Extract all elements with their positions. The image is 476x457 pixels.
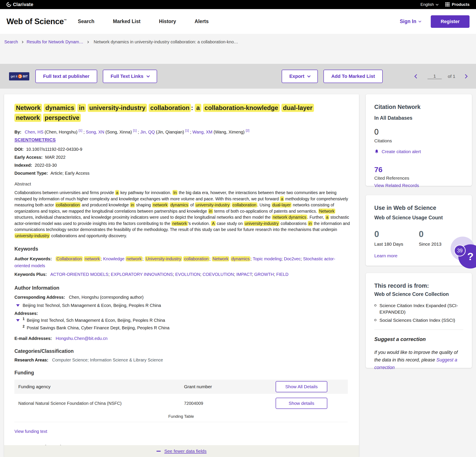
clarivate-brand-text: Clarivate xyxy=(13,2,34,7)
full-text-links-label: Full Text Links xyxy=(110,74,143,79)
author-fullname: (Wang, Ximeng) xyxy=(213,130,245,134)
keyword-plus-link[interactable]: GROWTH xyxy=(254,272,274,277)
use-in-wos-heading: Use in Web of Science xyxy=(374,205,463,211)
page: Clarivate English Products Web of Scienc… xyxy=(0,0,476,457)
record-pager: of 1 xyxy=(415,74,467,79)
citations-count: 0 xyxy=(374,127,463,137)
page-number-input[interactable] xyxy=(427,74,442,79)
sign-in-menu[interactable]: Sign In xyxy=(400,18,421,24)
keyword-link[interactable]: Network dynamics xyxy=(212,256,250,261)
in-all-databases-subheading: In All Databases xyxy=(374,115,463,121)
keyword-plus-link[interactable]: FIELD xyxy=(276,272,289,277)
learn-more-link[interactable]: Learn more xyxy=(374,253,397,258)
keyword-link[interactable]: Knowledge network xyxy=(103,256,142,261)
grid-icon xyxy=(445,2,450,7)
next-record-icon[interactable] xyxy=(463,74,468,79)
bit-label: BIT xyxy=(23,75,28,78)
full-text-links-button[interactable]: Full Text Links xyxy=(103,70,157,83)
keyword-link[interactable]: Collaboration network xyxy=(56,256,101,261)
record-source-card: This record is from: Web of Science Core… xyxy=(366,273,472,368)
author-link[interactable]: Chen, HS xyxy=(25,130,43,134)
suggest-correction-heading: Suggest a correction xyxy=(374,336,463,342)
expand-address-icon[interactable] xyxy=(16,304,20,307)
show-all-details-button[interactable]: Show All Details xyxy=(276,381,327,392)
usage-count-180: 0 xyxy=(374,229,419,239)
funding-agency-header: Funding agency xyxy=(18,384,184,389)
show-details-button[interactable]: Show details xyxy=(276,398,327,409)
breadcrumb-results[interactable]: Results for Network Dynam… xyxy=(26,39,83,44)
keyword-plus-link[interactable]: ACTOR-ORIENTED MODELS xyxy=(51,272,109,277)
citation-network-heading: Citation Network xyxy=(374,104,463,110)
products-menu[interactable]: Products xyxy=(445,2,469,7)
view-funding-text-link[interactable]: View funding text xyxy=(14,429,47,434)
funding-table: Funding agency Grant number Show All Det… xyxy=(14,379,348,422)
export-button[interactable]: Export xyxy=(282,70,318,83)
wos-logo[interactable]: Web of Science™ xyxy=(7,17,67,26)
nav-search[interactable]: Search xyxy=(78,18,94,24)
export-label: Export xyxy=(289,74,305,79)
keyword-plus-link[interactable]: IMPACT xyxy=(236,272,252,277)
email-link[interactable]: Hongshu.Chen@bit.edu.cn xyxy=(56,336,107,341)
language-selector[interactable]: English xyxy=(420,2,438,7)
usage-count-subheading: Web of Science Usage Count xyxy=(374,215,463,221)
keyword-link[interactable]: University-industry collaboration xyxy=(145,256,209,261)
create-citation-alert-link[interactable]: Create citation alert xyxy=(374,149,463,154)
chevron-down-icon xyxy=(418,20,421,22)
funding-agency-cell: National Natural Science Foundation of C… xyxy=(18,401,184,406)
corresponding-address-line: Beijing Inst Technol, Sch Management & E… xyxy=(16,303,350,308)
full-text-publisher-button[interactable]: Full text at publisher xyxy=(35,70,97,83)
document-type-row: Document Type:Article; Early Access xyxy=(14,171,350,176)
record-from-heading: This record is from: xyxy=(374,282,463,289)
categories-heading: Categories/Classification xyxy=(14,348,350,354)
create-citation-alert-label: Create citation alert xyxy=(382,149,421,154)
get-it-bit-badge[interactable]: get it BIT xyxy=(9,72,29,80)
previous-record-icon[interactable] xyxy=(414,74,419,79)
cited-references-count: 76 xyxy=(374,165,463,174)
author-link[interactable]: Song, XN xyxy=(86,130,104,134)
journal-link[interactable]: SCIENTOMETRICS xyxy=(14,137,56,142)
clarivate-logo: Clarivate xyxy=(7,2,34,7)
keyword-link[interactable]: Doc2vec xyxy=(284,256,301,261)
affiliation-ref-link[interactable]: [2] xyxy=(246,129,249,132)
sidebar: Citation Network In All Databases 0 Cita… xyxy=(366,94,472,368)
keyword-plus-link[interactable]: EVOLUTION xyxy=(175,272,200,277)
top-bar: Clarivate English Products xyxy=(0,0,476,9)
breadcrumb: Search Results for Network Dynam… Networ… xyxy=(4,39,476,44)
see-fewer-strip: See fewer data fields xyxy=(4,445,359,457)
nav-alerts[interactable]: Alerts xyxy=(195,18,209,24)
nav-history[interactable]: History xyxy=(159,18,176,24)
address-row: 2 Postal Savings Bank China, Cyber Finan… xyxy=(16,325,350,330)
keywords-heading: Keywords xyxy=(14,246,350,252)
author-link[interactable]: Jin, QQ xyxy=(140,130,155,134)
cited-references-label: Cited References xyxy=(374,176,463,181)
affiliation-ref-link[interactable]: [1] xyxy=(79,129,82,132)
products-label: Products xyxy=(452,2,469,7)
author-fullname: (Song, Xinna) xyxy=(106,130,132,134)
see-fewer-data-fields-link[interactable]: See fewer data fields xyxy=(164,448,206,454)
chevron-right-icon xyxy=(86,41,89,43)
author-link[interactable]: Wang, XM xyxy=(192,130,212,134)
author-fullname: (Chen, Hongshu) xyxy=(45,130,77,134)
keyword-plus-link[interactable]: EXPLORATORY INNOVATIONS xyxy=(111,272,173,277)
affiliation-ref-link[interactable]: [1] xyxy=(133,129,137,132)
research-areas-row: Research Areas: Computer Science; Inform… xyxy=(14,358,350,362)
chevron-down-icon xyxy=(146,74,150,78)
email-addresses-row: E-mail Addresses: Hongshu.Chen@bit.edu.c… xyxy=(14,336,350,341)
usage-label-180: Last 180 Days xyxy=(374,242,419,247)
chevron-right-icon xyxy=(21,41,24,43)
register-button[interactable]: Register xyxy=(431,15,469,28)
breadcrumb-search[interactable]: Search xyxy=(4,39,18,44)
keyword-link[interactable]: Topic modeling xyxy=(253,256,281,261)
author-fullname: (Jin, Qianqian) xyxy=(156,130,184,134)
affiliation-ref-link[interactable]: [1] xyxy=(185,129,189,132)
keyword-plus-link[interactable]: COEVOLUTION xyxy=(203,272,234,277)
add-to-marked-list-button[interactable]: Add To Marked List xyxy=(323,70,383,83)
view-related-records-link[interactable]: View Related Records xyxy=(374,183,419,188)
expand-address-icon[interactable] xyxy=(16,319,20,322)
chevron-down-icon xyxy=(307,74,311,78)
nav-marked-list[interactable]: Marked List xyxy=(113,18,141,24)
core-collection-subheading: Web of Science Core Collection xyxy=(374,291,463,297)
corresponding-address-row: Corresponding Address: Chen, Hongshu (co… xyxy=(14,294,350,300)
index-list: Science Citation Index Expanded (SCI-EXP… xyxy=(374,302,463,324)
record-card: Network dynamics in university-industry … xyxy=(4,94,359,457)
